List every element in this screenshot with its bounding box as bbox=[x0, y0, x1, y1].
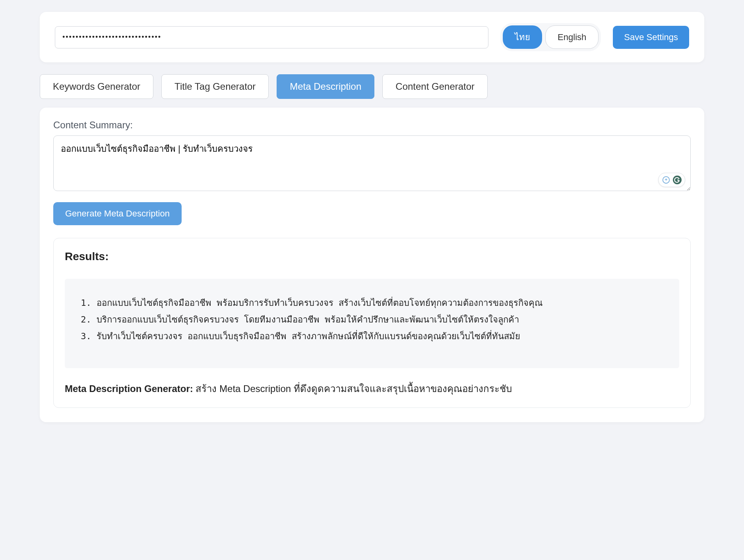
tab-content-generator[interactable]: Content Generator bbox=[382, 74, 488, 99]
grammarly-icon[interactable] bbox=[672, 175, 682, 185]
result-item: รับทำเว็บไซต์ครบวงจร ออกแบบเว็บธุรกิจมือ… bbox=[97, 328, 663, 345]
tab-meta-description[interactable]: Meta Description bbox=[277, 74, 374, 99]
ai-suggest-icon[interactable] bbox=[661, 175, 671, 185]
meta-description-panel: Content Summary: Generate Meta Descripti… bbox=[40, 108, 704, 422]
tool-tabs: Keywords Generator Title Tag Generator M… bbox=[40, 74, 704, 99]
generator-description-title: Meta Description Generator: bbox=[65, 383, 193, 394]
settings-bar: ไทย English Save Settings bbox=[40, 12, 704, 62]
api-key-input[interactable] bbox=[55, 26, 488, 48]
result-item: ออกแบบเว็บไซต์ธุรกิจมืออาชีพ พร้อมบริการ… bbox=[97, 295, 663, 311]
language-toggle: ไทย English bbox=[500, 23, 601, 51]
results-output-box: ออกแบบเว็บไซต์ธุรกิจมืออาชีพ พร้อมบริการ… bbox=[65, 279, 679, 368]
results-heading: Results: bbox=[65, 250, 679, 263]
tab-keywords-generator[interactable]: Keywords Generator bbox=[40, 74, 153, 99]
content-summary-textarea[interactable] bbox=[53, 135, 691, 191]
result-item: บริการออกแบบเว็บไซต์ธุรกิจครบวงจร โดยทีม… bbox=[97, 311, 663, 328]
content-summary-wrap bbox=[53, 135, 691, 193]
results-list: ออกแบบเว็บไซต์ธุรกิจมืออาชีพ พร้อมบริการ… bbox=[81, 295, 663, 344]
tab-title-tag-generator[interactable]: Title Tag Generator bbox=[161, 74, 269, 99]
textarea-assist-widget[interactable] bbox=[658, 173, 685, 187]
lang-thai-button[interactable]: ไทย bbox=[503, 25, 542, 49]
lang-english-button[interactable]: English bbox=[545, 25, 599, 49]
generator-description: Meta Description Generator: สร้าง Meta D… bbox=[65, 381, 679, 396]
content-summary-label: Content Summary: bbox=[53, 120, 691, 131]
save-settings-button[interactable]: Save Settings bbox=[613, 26, 689, 49]
generator-description-text: สร้าง Meta Description ที่ดึงดูดความสนใจ… bbox=[193, 383, 512, 394]
generate-meta-description-button[interactable]: Generate Meta Description bbox=[53, 202, 182, 225]
results-card: Results: ออกแบบเว็บไซต์ธุรกิจมืออาชีพ พร… bbox=[53, 238, 691, 408]
